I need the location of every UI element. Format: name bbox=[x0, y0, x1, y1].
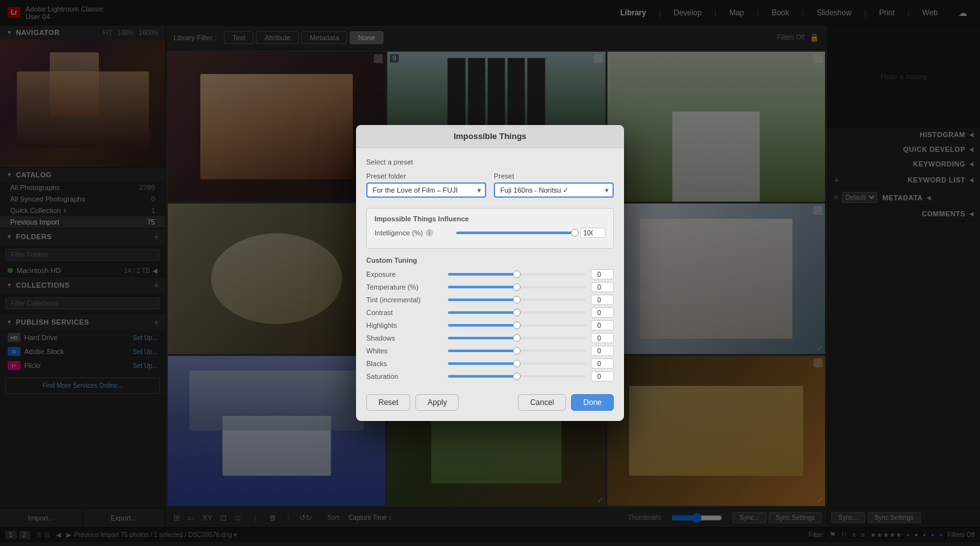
exposure-track[interactable] bbox=[448, 273, 586, 276]
blacks-value[interactable] bbox=[591, 358, 614, 369]
shadows-row: Shadows bbox=[366, 333, 614, 343]
preset-folder-col: Preset folder For the Love of Film – FUJ… bbox=[366, 172, 486, 198]
temperature-value[interactable] bbox=[591, 282, 614, 292]
modal-right-buttons: Cancel Done bbox=[518, 394, 614, 411]
highlights-row: Highlights bbox=[366, 320, 614, 330]
preset-folder-select[interactable]: For the Love of Film – FUJI bbox=[366, 182, 486, 198]
preset-select[interactable]: Fuji 160ns - Noritsu ✓ bbox=[494, 182, 614, 198]
tint-value[interactable] bbox=[591, 295, 614, 305]
shadows-fill bbox=[448, 337, 517, 339]
shadows-track[interactable] bbox=[448, 337, 586, 339]
saturation-thumb[interactable] bbox=[513, 373, 521, 380]
contrast-row: Contrast bbox=[366, 307, 614, 318]
contrast-fill bbox=[448, 311, 517, 314]
temperature-label: Temperature (%) bbox=[366, 283, 443, 291]
done-button[interactable]: Done bbox=[571, 394, 614, 411]
tint-label: Tint (incremental) bbox=[366, 296, 443, 304]
temperature-track[interactable] bbox=[448, 286, 586, 288]
whites-label: Whites bbox=[366, 347, 443, 355]
modal-buttons-row: Reset Apply Cancel Done bbox=[366, 389, 614, 411]
custom-tuning-title: Custom Tuning bbox=[366, 256, 614, 264]
temperature-thumb[interactable] bbox=[513, 283, 521, 291]
whites-fill bbox=[448, 350, 517, 352]
preset-col: Preset Fuji 160ns - Noritsu ✓ ▼ bbox=[494, 172, 614, 198]
exposure-thumb[interactable] bbox=[513, 270, 521, 278]
tint-thumb[interactable] bbox=[513, 296, 521, 304]
intelligence-label: Intelligence (%) i bbox=[375, 229, 451, 237]
saturation-row: Saturation bbox=[366, 371, 614, 381]
preset-folder-wrapper: For the Love of Film – FUJI ▼ bbox=[366, 182, 486, 198]
highlights-label: Highlights bbox=[366, 321, 443, 329]
preset-folder-label: Preset folder bbox=[366, 172, 486, 180]
influence-section: Impossible Things Influence Intelligence… bbox=[366, 208, 614, 249]
highlights-fill bbox=[448, 324, 517, 327]
preset-label: Preset bbox=[494, 172, 614, 180]
modal-title: Impossible Things bbox=[454, 131, 526, 141]
contrast-value[interactable] bbox=[591, 307, 614, 318]
select-preset-label: Select a preset bbox=[366, 158, 614, 166]
blacks-thumb[interactable] bbox=[513, 360, 521, 367]
intelligence-thumb[interactable] bbox=[571, 229, 579, 237]
tint-track[interactable] bbox=[448, 299, 586, 301]
contrast-track[interactable] bbox=[448, 311, 586, 314]
modal-overlay: Impossible Things Select a preset Preset… bbox=[0, 0, 980, 546]
intelligence-row: Intelligence (%) i bbox=[375, 228, 605, 238]
blacks-label: Blacks bbox=[366, 360, 443, 367]
influence-title: Impossible Things Influence bbox=[375, 215, 605, 223]
impossible-things-modal: Impossible Things Select a preset Preset… bbox=[356, 125, 624, 421]
saturation-track[interactable] bbox=[448, 375, 586, 378]
contrast-thumb[interactable] bbox=[513, 309, 521, 316]
preset-wrapper: Fuji 160ns - Noritsu ✓ ▼ bbox=[494, 182, 614, 198]
exposure-row: Exposure bbox=[366, 269, 614, 279]
intelligence-info: i bbox=[426, 229, 433, 237]
blacks-track[interactable] bbox=[448, 362, 586, 365]
temperature-row: Temperature (%) bbox=[366, 282, 614, 292]
intelligence-track[interactable] bbox=[456, 232, 575, 234]
modal-left-buttons: Reset Apply bbox=[366, 394, 459, 411]
tint-row: Tint (incremental) bbox=[366, 295, 614, 305]
reset-button[interactable]: Reset bbox=[366, 394, 410, 411]
intelligence-value[interactable] bbox=[580, 228, 605, 238]
blacks-row: Blacks bbox=[366, 358, 614, 369]
intelligence-fill bbox=[456, 232, 575, 234]
custom-tuning-section: Custom Tuning Exposure Temperature (%) bbox=[366, 256, 614, 381]
tint-fill bbox=[448, 299, 517, 301]
exposure-fill bbox=[448, 273, 517, 276]
shadows-value[interactable] bbox=[591, 333, 614, 343]
highlights-track[interactable] bbox=[448, 324, 586, 327]
cancel-button[interactable]: Cancel bbox=[518, 394, 566, 411]
saturation-value[interactable] bbox=[591, 371, 614, 381]
highlights-value[interactable] bbox=[591, 320, 614, 330]
saturation-label: Saturation bbox=[366, 373, 443, 380]
highlights-thumb[interactable] bbox=[513, 321, 521, 329]
exposure-label: Exposure bbox=[366, 270, 443, 278]
shadows-thumb[interactable] bbox=[513, 334, 521, 342]
whites-value[interactable] bbox=[591, 346, 614, 356]
saturation-fill bbox=[448, 375, 517, 378]
preset-row: Preset folder For the Love of Film – FUJ… bbox=[366, 172, 614, 198]
contrast-label: Contrast bbox=[366, 309, 443, 316]
temperature-fill bbox=[448, 286, 517, 288]
modal-title-bar: Impossible Things bbox=[356, 125, 624, 148]
blacks-fill bbox=[448, 362, 517, 365]
whites-thumb[interactable] bbox=[513, 347, 521, 355]
modal-body: Select a preset Preset folder For the Lo… bbox=[356, 148, 624, 421]
apply-button[interactable]: Apply bbox=[415, 394, 459, 411]
exposure-value[interactable] bbox=[591, 269, 614, 279]
whites-row: Whites bbox=[366, 346, 614, 356]
whites-track[interactable] bbox=[448, 350, 586, 352]
shadows-label: Shadows bbox=[366, 334, 443, 342]
